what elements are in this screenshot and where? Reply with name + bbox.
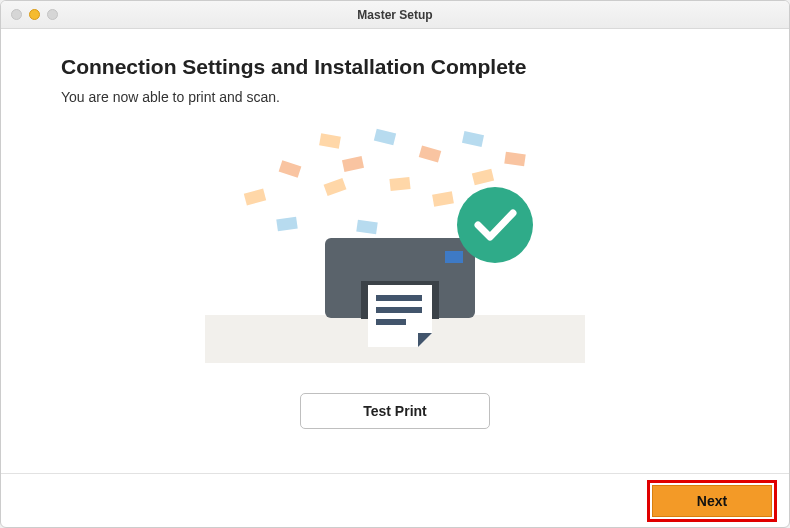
svg-rect-8 xyxy=(389,177,410,191)
svg-rect-9 xyxy=(419,145,442,162)
svg-rect-0 xyxy=(244,189,266,206)
minimize-window-button[interactable] xyxy=(29,9,40,20)
next-button[interactable]: Next xyxy=(652,485,772,517)
titlebar: Master Setup xyxy=(1,1,789,29)
svg-rect-10 xyxy=(432,191,454,206)
svg-rect-21 xyxy=(376,307,422,313)
svg-rect-4 xyxy=(324,178,347,196)
window-title: Master Setup xyxy=(1,8,789,22)
svg-rect-11 xyxy=(462,131,484,147)
maximize-window-button[interactable] xyxy=(47,9,58,20)
svg-rect-20 xyxy=(376,295,422,301)
window-controls xyxy=(11,9,58,20)
page-subtext: You are now able to print and scan. xyxy=(61,89,729,105)
main-content: Connection Settings and Installation Com… xyxy=(1,29,789,473)
illustration-area: Test Print xyxy=(61,123,729,429)
close-window-button[interactable] xyxy=(11,9,22,20)
svg-rect-3 xyxy=(319,133,341,148)
svg-rect-5 xyxy=(356,220,377,235)
svg-rect-7 xyxy=(374,129,396,145)
svg-rect-1 xyxy=(279,160,302,178)
svg-rect-6 xyxy=(342,156,364,172)
next-button-highlight: Next xyxy=(647,480,777,522)
printer-success-illustration xyxy=(185,123,605,363)
svg-rect-12 xyxy=(472,169,494,185)
app-window: Master Setup Connection Settings and Ins… xyxy=(0,0,790,528)
svg-rect-2 xyxy=(276,217,297,232)
success-check-icon xyxy=(457,187,533,263)
footer-bar: Next xyxy=(1,473,789,527)
svg-rect-13 xyxy=(504,152,525,167)
svg-rect-16 xyxy=(445,251,463,263)
page-heading: Connection Settings and Installation Com… xyxy=(61,55,729,79)
test-print-button[interactable]: Test Print xyxy=(300,393,490,429)
svg-rect-22 xyxy=(376,319,406,325)
